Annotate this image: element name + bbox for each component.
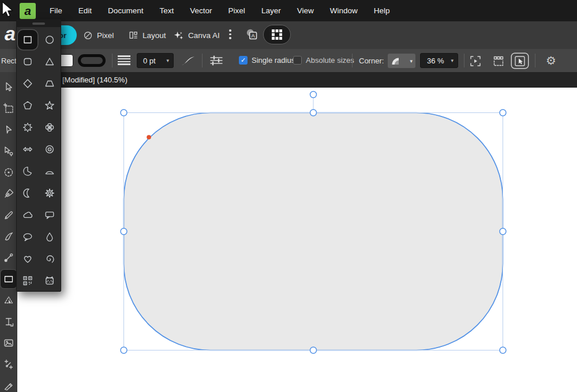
flood-select-tool[interactable] — [1, 161, 17, 183]
node-tool-icon — [3, 124, 14, 135]
canvas[interactable] — [17, 88, 577, 392]
single-radius-checkbox[interactable]: ✓ Single radius — [239, 56, 295, 65]
shape-tool-arrow[interactable] — [18, 140, 38, 159]
artboard-tool[interactable] — [1, 97, 17, 119]
persona-layout-button[interactable]: Layout — [126, 25, 168, 45]
pressure-curve-icon[interactable] — [180, 54, 196, 69]
sparkles-icon — [173, 30, 184, 41]
segment-icon — [44, 165, 55, 177]
menu-edit[interactable]: Edit — [70, 1, 100, 20]
checkbox-checked-icon: ✓ — [239, 56, 248, 65]
shape-tool-segment[interactable] — [40, 161, 59, 181]
glyph-style-icon[interactable]: A — [245, 27, 260, 42]
rectangle-tool[interactable] — [1, 270, 17, 288]
settings-gear-icon[interactable]: ⚙ — [543, 53, 559, 68]
shape-tool-triangle[interactable] — [40, 52, 59, 71]
box-select-button[interactable] — [490, 54, 507, 68]
knife-tool-icon — [3, 380, 14, 391]
star-icon — [44, 100, 55, 111]
shape-tool-heart[interactable] — [18, 249, 38, 269]
edit-all-layers-button[interactable] — [512, 54, 528, 68]
frame-text-tool[interactable] — [1, 311, 17, 332]
persona-canva-ai-button[interactable]: Canva AI — [171, 25, 222, 45]
contour-tool[interactable] — [1, 140, 17, 161]
tool-rail — [0, 72, 17, 392]
vector-brush-tool[interactable] — [1, 225, 17, 247]
shape-tool-crescent[interactable] — [18, 183, 38, 203]
menu-text[interactable]: Text — [152, 1, 182, 20]
context-toolbar: Rectangle 0 pt▾ ✓ Single radius Absolute… — [0, 49, 577, 72]
artboard-tool-icon — [3, 103, 14, 114]
absolute-sizes-checkbox[interactable]: Absolute sizes — [293, 56, 354, 65]
shape-tool-qr-code[interactable] — [18, 271, 38, 291]
shape-builder-tool[interactable] — [1, 289, 17, 311]
handle-bottom-right[interactable] — [500, 347, 506, 353]
selected-shape-graphic — [17, 88, 577, 392]
place-image-tool[interactable] — [1, 332, 17, 353]
menu-vector[interactable]: Vector — [182, 1, 220, 20]
shape-tool-cloud-blob[interactable] — [18, 205, 38, 225]
shape-tool-callout-rectangle[interactable] — [40, 205, 59, 225]
menu-pixel[interactable]: Pixel — [220, 1, 253, 20]
shape-tool-cog[interactable] — [40, 183, 59, 203]
shape-tool-tear[interactable] — [40, 227, 59, 247]
pen-tool[interactable] — [1, 183, 17, 204]
shape-tool-rounded-rectangle[interactable] — [18, 52, 38, 71]
shape-tool-cat[interactable] — [40, 271, 59, 291]
pencil-tool[interactable] — [1, 204, 17, 225]
chevron-down-icon: ▾ — [166, 58, 169, 63]
place-image-icon — [3, 337, 14, 349]
absolute-sizes-label: Absolute sizes — [306, 56, 354, 65]
menu-view[interactable]: View — [289, 1, 322, 20]
mouse-cursor-icon — [0, 1, 15, 21]
transform-origin-button[interactable] — [467, 54, 484, 68]
knife-tool[interactable] — [1, 375, 17, 392]
menu-document[interactable]: Document — [100, 1, 152, 20]
shape-tool-callout-ellipse[interactable] — [18, 227, 38, 247]
handle-top-right[interactable] — [500, 110, 506, 116]
shape-tool-donut[interactable] — [40, 140, 59, 159]
shape-tool-spiral[interactable] — [40, 249, 59, 269]
shape-tool-ellipse[interactable] — [40, 30, 59, 50]
point-transform-tool[interactable] — [1, 353, 17, 375]
shape-tool-diamond[interactable] — [18, 74, 38, 93]
rounded-rectangle-shape[interactable] — [124, 113, 503, 350]
studio-grid-button[interactable] — [263, 25, 291, 44]
handle-mid-left[interactable] — [121, 228, 127, 235]
shape-tool-trapezoid[interactable] — [40, 74, 59, 93]
handle-top-center[interactable] — [310, 110, 317, 116]
menu-file[interactable]: File — [42, 1, 70, 20]
menu-window[interactable]: Window — [322, 1, 366, 20]
shape-tool-pie[interactable] — [18, 161, 38, 181]
handle-top-left[interactable] — [121, 110, 127, 116]
stroke-panel-icon[interactable] — [209, 55, 224, 69]
shape-tool-rectangle[interactable] — [18, 30, 38, 50]
toolbar-overflow-icon[interactable] — [229, 29, 231, 39]
fill-gradient-tool[interactable] — [1, 247, 17, 268]
rotation-handle[interactable] — [310, 92, 317, 98]
stroke-style-icon[interactable] — [118, 55, 130, 65]
triangle-icon — [44, 56, 55, 67]
shape-tool-double-star[interactable] — [18, 118, 38, 137]
shape-tool-cloud[interactable] — [40, 118, 59, 137]
corner-radius-handle[interactable] — [147, 135, 151, 140]
menu-layer[interactable]: Layer — [253, 1, 289, 20]
handle-mid-right[interactable] — [500, 228, 506, 235]
handle-bottom-left[interactable] — [121, 347, 127, 353]
flyout-header[interactable] — [17, 20, 61, 27]
document-title-bar[interactable]: [Modified] (140.5%) — [17, 72, 577, 88]
move-tool[interactable] — [1, 76, 17, 97]
toolbar-right-icons: A — [245, 25, 291, 44]
flood-select-icon — [3, 167, 14, 178]
shape-tool-polygon[interactable] — [18, 96, 38, 115]
stroke-width-select[interactable]: 0 pt▾ — [137, 53, 174, 68]
shape-tool-star[interactable] — [40, 96, 59, 115]
persona-pixel-button[interactable]: Pixel — [81, 25, 116, 45]
corner-radius-select[interactable]: 36 %▾ — [420, 53, 458, 68]
stroke-color-swatch[interactable] — [78, 54, 106, 67]
node-tool[interactable] — [1, 119, 17, 140]
menu-help[interactable]: Help — [366, 1, 398, 20]
corner-type-dropdown[interactable]: ▾ — [388, 54, 415, 68]
handle-bottom-center[interactable] — [310, 347, 317, 353]
studio-grid-icon — [271, 28, 283, 41]
